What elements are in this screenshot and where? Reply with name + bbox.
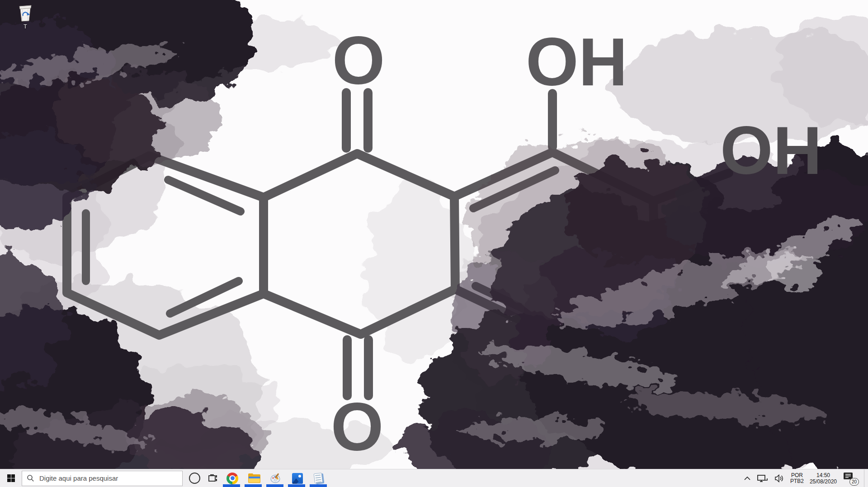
tray-overflow-button[interactable] [744,469,751,487]
taskbar: POR PTB2 14:50 25/08/2020 20 [0,469,868,487]
desktop-icon-label: T [14,23,37,30]
atom-label-o-bottom: O [331,389,384,465]
recycle-bin-icon [17,3,34,23]
desktop-icon-recycle-bin[interactable]: T [14,3,37,30]
chevron-up-icon [744,476,751,481]
chrome-icon [226,473,238,484]
windows-desktop: O O OH [0,0,868,487]
action-center-button[interactable]: 20 [843,469,858,487]
running-indicator-photos [288,484,305,487]
task-view-button[interactable] [203,469,222,487]
atom-label-oh-right: OH [720,112,822,188]
task-view-icon [207,473,218,483]
clock-time: 14:50 [810,472,837,478]
clock-date: 25/08/2020 [810,478,837,485]
show-desktop-button[interactable] [864,469,867,487]
volume-icon [774,474,784,482]
search-input[interactable] [38,474,178,482]
photos-icon [292,473,303,484]
system-tray: POR PTB2 14:50 25/08/2020 20 [744,469,868,487]
running-indicator-file-explorer [245,484,262,487]
file-explorer-icon [248,473,260,483]
tray-clock[interactable]: 14:50 25/08/2020 [810,469,837,487]
keyboard-layout: PTB2 [790,478,804,484]
taskbar-search-box[interactable] [22,471,183,486]
language-code: POR [790,473,804,478]
start-button[interactable] [0,469,22,487]
wallpaper-molecule-art: O O OH [0,0,868,469]
running-indicator-chrome [223,484,240,487]
search-icon [27,474,34,482]
atom-label-oh-top: OH [526,24,627,100]
tray-network-button[interactable] [757,469,769,487]
atom-label-o-top: O [332,23,385,98]
notification-count-badge: 20 [849,478,859,486]
windows-logo-icon [7,474,15,482]
tray-language-indicator[interactable]: POR PTB2 [790,469,804,487]
running-indicator-paint [266,484,283,487]
notepad-icon [314,472,325,484]
paint-icon [270,473,282,484]
running-indicator-notepad [310,484,327,487]
tray-volume-button[interactable] [774,469,784,487]
network-icon [757,474,769,483]
cortana-button[interactable] [185,469,203,487]
cortana-icon [189,473,200,484]
